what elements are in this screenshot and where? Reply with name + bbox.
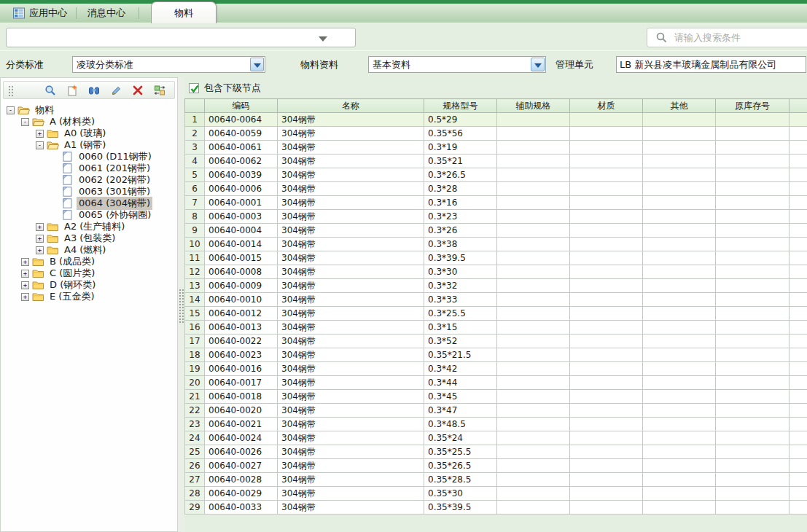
empty-cell — [790, 321, 807, 335]
tree-node[interactable]: + D (钢环类) — [4, 279, 176, 291]
row-number-cell: 13 — [185, 279, 205, 293]
tree-expander-icon[interactable]: + — [21, 281, 29, 289]
table-row[interactable]: 1000640-0014304钢带0.3*38 — [185, 238, 807, 251]
column-header[interactable]: 原库存号 — [716, 99, 790, 113]
tree-node[interactable]: 0061 (201钢带) — [4, 163, 176, 174]
table-row[interactable]: 2500640-0026304钢带0.35*25.5 — [185, 445, 807, 459]
table-row[interactable]: 1600640-0013304钢带0.3*15 — [185, 321, 807, 335]
aux-spec-cell — [497, 251, 570, 265]
column-header[interactable]: 其他 — [643, 99, 716, 113]
splitter-handle-icon[interactable] — [179, 289, 184, 324]
tree-node[interactable]: 0065 (外协钢圈) — [4, 209, 176, 221]
toolbar-grip-handle[interactable] — [8, 85, 13, 96]
tree-expander-icon[interactable]: + — [36, 246, 44, 254]
table-row[interactable]: 2200640-0020304钢带0.3*47 — [185, 404, 807, 418]
table-row[interactable]: 1200640-0008304钢带0.3*30 — [185, 265, 807, 279]
table-row[interactable]: 2600640-0027304钢带0.35*26.5 — [185, 459, 807, 473]
column-header[interactable]: 材质 — [570, 99, 643, 113]
tree-node[interactable]: - A1 (钢带) — [4, 139, 176, 151]
empty-cell — [790, 154, 807, 168]
tree-node[interactable]: 0060 (D11钢带) — [4, 151, 176, 163]
category-combobox[interactable] — [6, 28, 356, 47]
tree-node[interactable]: 0062 (202钢带) — [4, 174, 176, 186]
table-row[interactable]: 2100640-0018304钢带0.3*45 — [185, 390, 807, 404]
table-row[interactable]: 500640-0039304钢带0.3*26.5 — [185, 168, 807, 182]
table-row[interactable]: 2300640-0021304钢带0.3*48.5 — [185, 418, 807, 431]
edit-icon[interactable] — [110, 85, 122, 96]
table-row[interactable]: 1300640-0009304钢带0.3*32 — [185, 279, 807, 293]
chevron-down-icon[interactable] — [531, 58, 545, 71]
chevron-down-icon[interactable] — [319, 36, 327, 42]
table-row[interactable]: 600640-0006304钢带0.3*28 — [185, 182, 807, 196]
material-cell — [570, 113, 643, 127]
tree-node[interactable]: + A4 (燃料) — [4, 244, 176, 256]
include-children-checkbox[interactable] — [189, 83, 199, 93]
tree-expander-icon[interactable]: + — [36, 223, 44, 231]
table-row[interactable]: 1700640-0022304钢带0.3*52 — [185, 335, 807, 348]
tree-node[interactable]: + B (成品类) — [4, 256, 176, 267]
table-row[interactable]: 1100640-0015304钢带0.3*39.5 — [185, 251, 807, 265]
chevron-down-icon[interactable] — [250, 58, 264, 71]
search-input[interactable] — [674, 32, 798, 43]
tree-expander-icon[interactable]: - — [21, 118, 29, 126]
column-header[interactable]: 编码 — [205, 99, 278, 113]
management-unit-field[interactable]: LB 新兴县凌丰玻璃金属制品有限公司 — [616, 56, 806, 73]
tree-node[interactable]: + C (圆片类) — [4, 267, 176, 279]
material-data-combobox[interactable]: 基本资料 — [368, 56, 546, 73]
tree-node[interactable]: 0063 (301钢带) — [4, 186, 176, 197]
tree-node[interactable]: + A2 (生产辅料) — [4, 221, 176, 232]
tree-expander-icon[interactable]: + — [36, 130, 44, 138]
tree-node[interactable]: + E (五金类) — [4, 291, 176, 302]
table-row[interactable]: 1400640-0010304钢带0.3*33 — [185, 293, 807, 307]
table-row[interactable]: 1500640-0012304钢带0.3*25.5 — [185, 307, 807, 321]
table-row[interactable]: 2000640-0017304钢带0.3*44 — [185, 376, 807, 390]
table-row[interactable]: 200640-0059304钢带0.35*56 — [185, 127, 807, 141]
tree-expander-icon[interactable]: - — [7, 106, 15, 114]
tree-expander-icon[interactable]: + — [21, 270, 29, 278]
table-row[interactable]: 2700640-0028304钢带0.35*28.5 — [185, 473, 807, 487]
table-row[interactable]: 2800640-0029304钢带0.35*30 — [185, 487, 807, 501]
table-row[interactable]: 700640-0001304钢带0.3*16 — [185, 196, 807, 210]
tree-node[interactable]: - 物料 — [4, 104, 176, 116]
column-header[interactable]: 名称 — [278, 99, 424, 113]
new-node-icon[interactable] — [66, 85, 78, 96]
table-row[interactable]: 400640-0062304钢带0.35*21 — [185, 154, 807, 168]
tree-node[interactable]: - A (材料类) — [4, 116, 176, 128]
tab-app-center[interactable]: 应用中心 — [13, 4, 67, 23]
classification-standard-combobox[interactable]: 凌玻分类标准 — [72, 56, 265, 73]
tab-message-center[interactable]: 消息中心 — [87, 4, 125, 23]
aux-spec-cell — [497, 376, 570, 390]
aux-spec-cell — [497, 487, 570, 501]
table-row[interactable]: 100640-0064304钢带0.5*29 — [185, 113, 807, 127]
row-number-cell: 5 — [185, 168, 205, 182]
tree-expander-icon[interactable]: + — [21, 258, 29, 266]
compare-icon[interactable] — [154, 85, 165, 96]
table-row[interactable]: 2900640-0033304钢带0.35*39.5 — [185, 501, 807, 515]
panel-splitter[interactable] — [178, 77, 184, 532]
column-header[interactable]: 辅助规格 — [497, 99, 570, 113]
aux-spec-cell — [497, 404, 570, 418]
find-icon[interactable] — [88, 85, 100, 96]
search-icon[interactable] — [44, 85, 56, 96]
material-cell — [570, 251, 643, 265]
tab-material-active[interactable]: 物料 — [151, 1, 217, 23]
search-box[interactable] — [647, 28, 807, 47]
table-row[interactable]: 2400640-0024304钢带0.35*24 — [185, 431, 807, 445]
table-row[interactable]: 900640-0004304钢带0.3*26 — [185, 224, 807, 238]
tree-expander-icon[interactable]: + — [36, 235, 44, 243]
other-cell — [643, 182, 716, 196]
tab-bar: 应用中心 消息中心 物料 — [0, 4, 807, 23]
table-row[interactable]: 1900640-0016304钢带0.3*42 — [185, 362, 807, 376]
delete-icon[interactable] — [132, 85, 144, 96]
tree-expander-icon[interactable]: - — [36, 141, 44, 149]
tree-expander-icon[interactable]: + — [21, 293, 29, 301]
table-row[interactable]: 800640-0003304钢带0.3*23 — [185, 210, 807, 224]
table-row[interactable]: 300640-0061304钢带0.3*19 — [185, 141, 807, 154]
table-row[interactable]: 1800640-0023304钢带0.35*21.5 — [185, 348, 807, 362]
tree-node[interactable]: + A3 (包装类) — [4, 232, 176, 244]
spec-cell: 0.3*16 — [424, 196, 497, 210]
column-header[interactable]: 规格型号 — [424, 99, 497, 113]
material-cell — [570, 224, 643, 238]
tree-node[interactable]: 0064 (304钢带) — [4, 197, 176, 209]
tree-node[interactable]: + A0 (玻璃) — [4, 128, 176, 139]
